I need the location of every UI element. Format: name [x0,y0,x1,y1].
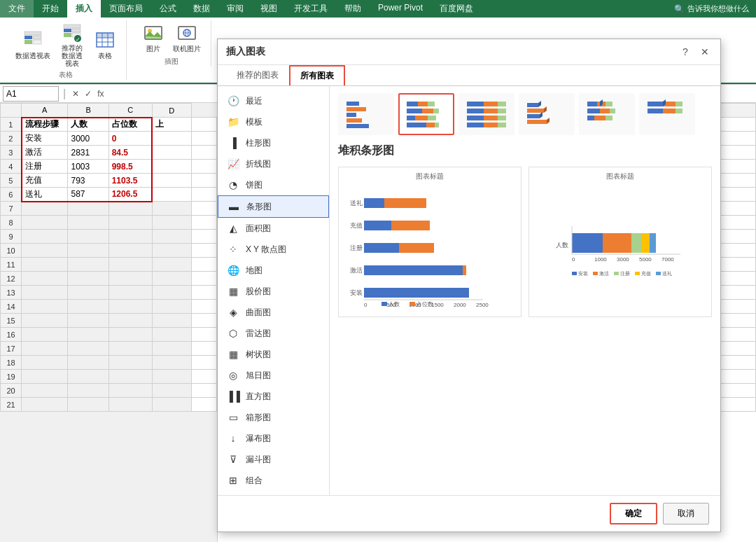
cell-r17-d[interactable] [191,342,216,356]
cell-r17-c2[interactable] [108,342,152,356]
cell-r8-c1[interactable] [68,216,108,230]
cell-r4-c3[interactable] [152,160,191,174]
cell-r6-d[interactable] [191,188,216,202]
dialog-tab-recommended[interactable]: 推荐的图表 [226,65,289,85]
cell-r10-c3[interactable] [152,244,191,258]
pivot-table-btn[interactable]: 数据透视表 [13,27,53,62]
tab-page-layout[interactable]: 页面布局 [101,0,151,18]
ribbon-search-label[interactable]: 告诉我你想做什么 [687,4,749,14]
cell-r12-c0[interactable] [22,272,68,286]
cell-r19-d[interactable] [191,370,216,384]
cell-r13-c3[interactable] [152,286,191,300]
cell-r14-d[interactable] [191,300,216,314]
tab-help[interactable]: 帮助 [336,0,370,18]
cell-r3-c0[interactable]: 激活 [22,146,68,160]
tab-review[interactable]: 审阅 [218,0,252,18]
cell-r1-c2[interactable]: 占位数 [108,118,152,132]
cell-r2-c0[interactable]: 安装 [22,132,68,146]
dialog-close-btn[interactable]: ✕ [698,45,712,59]
cell-r13-c1[interactable] [68,286,108,300]
cell-r8-d[interactable] [191,216,216,230]
cell-r13-d[interactable] [191,286,216,300]
cell-r7-c0[interactable] [22,202,68,216]
cell-r14-c1[interactable] [68,300,108,314]
cell-r11-c0[interactable] [22,258,68,272]
cell-r1-c3[interactable]: 上 [152,118,191,132]
name-box[interactable] [3,86,59,102]
cell-r20-c0[interactable] [22,384,68,398]
chart-type-stock[interactable]: ▦股价图 [218,281,329,302]
cell-r6-c2[interactable]: 1206.5 [108,188,152,202]
cell-r18-c3[interactable] [152,356,191,370]
cell-r16-c0[interactable] [22,328,68,342]
cell-r5-c0[interactable]: 充值 [22,174,68,188]
cell-r20-c1[interactable] [68,384,108,398]
cell-r14-c2[interactable] [108,300,152,314]
confirm-formula-btn[interactable]: ✓ [83,88,94,99]
chart-type-box[interactable]: ▭箱形图 [218,407,329,428]
cell-r16-c2[interactable] [108,328,152,342]
cell-r15-c1[interactable] [68,314,108,328]
tab-view[interactable]: 视图 [252,0,286,18]
cell-r20-c3[interactable] [152,384,191,398]
tab-formula[interactable]: 公式 [151,0,185,18]
cell-r9-d[interactable] [191,230,216,244]
cell-r5-d[interactable] [191,174,216,188]
chart-type-bar[interactable]: ▬条形图 [218,195,329,218]
cell-r13-c0[interactable] [22,286,68,300]
online-image-btn[interactable]: 联机图片 [170,20,204,55]
cell-r5-c1[interactable]: 793 [68,174,108,188]
cell-r18-c0[interactable] [22,356,68,370]
cell-r1-d[interactable] [191,118,216,132]
cell-r1-c1[interactable]: 人数 [68,118,108,132]
cell-r6-c1[interactable]: 587 [68,188,108,202]
cell-r15-d[interactable] [191,314,216,328]
cell-r21-c2[interactable] [108,398,152,412]
cell-r3-c2[interactable]: 84.5 [108,146,152,160]
cell-r10-d[interactable] [191,244,216,258]
cell-r17-c0[interactable] [22,342,68,356]
cell-r11-c2[interactable] [108,258,152,272]
cell-r2-c1[interactable]: 3000 [68,132,108,146]
cell-r19-c0[interactable] [22,370,68,384]
chart-subtype-3d-100pct-bar[interactable] [639,93,695,135]
cell-r9-c3[interactable] [152,230,191,244]
cell-r11-c3[interactable] [152,258,191,272]
chart-type-radar[interactable]: ⬡雷达图 [218,323,329,344]
cell-r19-c1[interactable] [68,370,108,384]
chart-type-map[interactable]: 🌐地图 [218,260,329,281]
chart-type-pie[interactable]: ◔饼图 [218,174,329,195]
cell-r1-c0[interactable]: 流程步骤 [22,118,68,132]
cell-r3-c1[interactable]: 2831 [68,146,108,160]
cell-r4-c2[interactable]: 998.5 [108,160,152,174]
chart-type-treemap[interactable]: ▦树状图 [218,344,329,365]
cell-r10-c0[interactable] [22,244,68,258]
chart-type-line[interactable]: 📈折线图 [218,153,329,174]
dialog-help-btn[interactable]: ? [678,45,692,59]
cell-r20-d[interactable] [191,384,216,398]
cell-r14-c3[interactable] [152,300,191,314]
cell-r9-c0[interactable] [22,230,68,244]
cancel-button[interactable]: 取消 [663,503,709,524]
cell-r7-c1[interactable] [68,202,108,216]
chart-type-scatter[interactable]: ⁘X Y 散点图 [218,239,329,260]
chart-subtype-3d-bar[interactable] [519,93,575,135]
chart-type-funnel[interactable]: ⊽漏斗图 [218,449,329,470]
tab-home[interactable]: 开始 [34,0,67,18]
chart-subtype-stacked-bar[interactable] [398,93,454,135]
ok-button[interactable]: 确定 [610,503,657,524]
cell-r15-c3[interactable] [152,314,191,328]
cell-r7-c2[interactable] [108,202,152,216]
tab-developer[interactable]: 开发工具 [286,0,336,18]
cell-r7-d[interactable] [191,202,216,216]
cell-r19-c3[interactable] [152,370,191,384]
cell-r17-c1[interactable] [68,342,108,356]
image-btn[interactable]: 图片 [139,20,167,55]
cell-r15-c2[interactable] [108,314,152,328]
cell-r14-c0[interactable] [22,300,68,314]
cell-r5-c3[interactable] [152,174,191,188]
cell-r12-d[interactable] [191,272,216,286]
cell-r4-c1[interactable]: 1003 [68,160,108,174]
cell-r2-d[interactable] [191,132,216,146]
cell-r21-c3[interactable] [152,398,191,412]
